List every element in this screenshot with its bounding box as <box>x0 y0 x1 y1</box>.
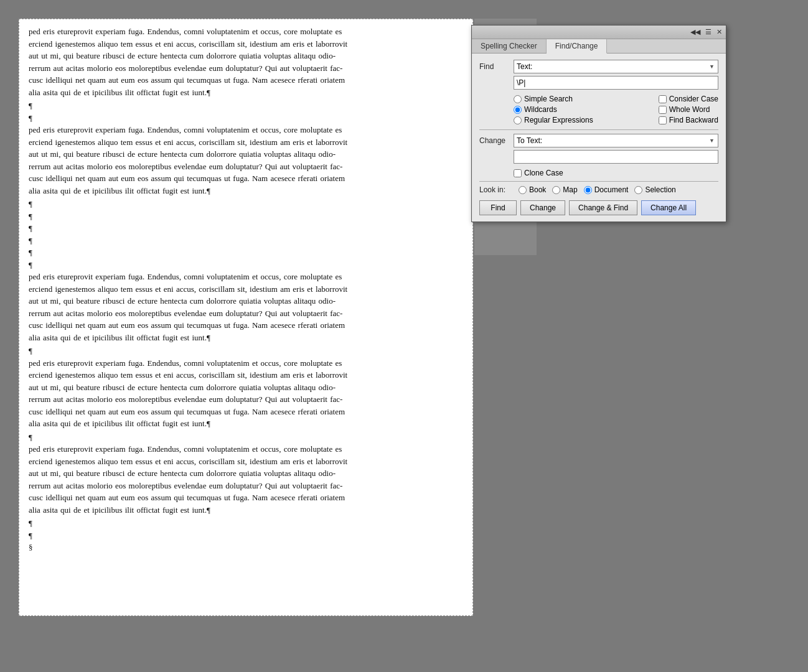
lookin-map-radio[interactable] <box>552 186 560 194</box>
change-content: To Text: <box>514 134 718 164</box>
pilcrow-9: ¶ <box>29 345 463 357</box>
menu-button[interactable]: ☰ <box>704 27 713 37</box>
paragraph-5: ped eris etureprovit experiam fuga. Ende… <box>29 443 463 516</box>
lookin-map-option[interactable]: Map <box>552 185 577 194</box>
paragraph-4: ped eris etureprovit experiam fuga. Ende… <box>29 357 463 430</box>
dialog-body: Find Text: Simple Search Wildcard <box>472 54 726 222</box>
consider-case-checkbox[interactable] <box>659 95 667 103</box>
change-all-button[interactable]: Change All <box>641 200 696 215</box>
change-section: Change To Text: <box>479 134 718 164</box>
regex-option[interactable]: Regular Expressions <box>514 116 593 124</box>
pilcrow-2: ¶ <box>29 112 463 124</box>
section-divider-2 <box>479 181 718 182</box>
whole-word-label: Whole Word <box>669 105 710 114</box>
wildcards-option[interactable]: Wildcards <box>514 105 593 114</box>
change-value-input[interactable] <box>514 150 718 164</box>
regex-label: Regular Expressions <box>524 116 593 124</box>
change-type-dropdown[interactable]: To Text: <box>514 134 718 147</box>
paragraph-3: ped eris etureprovit experiam fuga. Ende… <box>29 271 463 343</box>
lookin-book-label: Book <box>529 185 546 194</box>
search-options-left: Simple Search Wildcards Regular Expressi… <box>514 95 593 124</box>
lookin-selection-radio[interactable] <box>634 186 642 194</box>
whole-word-option[interactable]: Whole Word <box>659 105 718 114</box>
find-button[interactable]: Find <box>479 200 517 215</box>
paragraph-1: ped eris etureprovit experiam fuga. Ende… <box>29 26 463 98</box>
lookin-selection-option[interactable]: Selection <box>634 185 675 194</box>
find-search-input[interactable] <box>514 76 718 90</box>
find-section: Find Text: <box>479 60 718 90</box>
lookin-row: Look in: Book Map Document Selection <box>479 185 718 194</box>
regex-radio[interactable] <box>514 116 522 124</box>
lookin-document-radio[interactable] <box>584 186 592 194</box>
document-text: ped eris etureprovit experiam fuga. Ende… <box>29 26 463 554</box>
pilcrow-6: ¶ <box>29 235 463 247</box>
clone-case-label: Clone Case <box>524 169 563 177</box>
wildcards-radio[interactable] <box>514 106 522 114</box>
lookin-book-radio[interactable] <box>519 186 527 194</box>
clone-case-option[interactable]: Clone Case <box>514 169 563 177</box>
change-type-dropdown-wrapper: To Text: <box>514 134 718 147</box>
dialog-tabs: Spelling Checker Find/Change <box>472 39 726 54</box>
lookin-document-label: Document <box>594 185 629 194</box>
pilcrow-4: ¶ <box>29 210 463 223</box>
lookin-book-option[interactable]: Book <box>519 185 546 194</box>
search-options-row: Simple Search Wildcards Regular Expressi… <box>514 95 718 124</box>
section-mark: § <box>29 541 463 554</box>
paragraph-2: ped eris etureprovit experiam fuga. Ende… <box>29 124 463 197</box>
lookin-label: Look in: <box>479 185 514 194</box>
change-find-button[interactable]: Change & Find <box>569 200 637 215</box>
find-type-dropdown-wrapper: Text: <box>514 60 718 73</box>
tab-find-change[interactable]: Find/Change <box>547 39 608 54</box>
dialog-titlebar: ◀◀ ☰ ✕ <box>472 26 726 39</box>
section-divider <box>479 129 718 130</box>
lookin-map-label: Map <box>563 185 577 194</box>
clone-case-row: Clone Case <box>514 169 718 177</box>
simple-search-radio[interactable] <box>514 95 522 103</box>
find-change-dialog: ◀◀ ☰ ✕ Spelling Checker Find/Change Find… <box>471 25 726 222</box>
lookin-document-option[interactable]: Document <box>584 185 629 194</box>
find-content: Text: <box>514 60 718 90</box>
find-backward-option[interactable]: Find Backward <box>659 116 718 124</box>
titlebar-controls: ◀◀ ☰ ✕ <box>689 27 723 37</box>
collapse-button[interactable]: ◀◀ <box>689 27 702 37</box>
pilcrow-5: ¶ <box>29 222 463 235</box>
close-button[interactable]: ✕ <box>715 27 723 37</box>
lookin-selection-label: Selection <box>645 185 675 194</box>
pilcrow-8: ¶ <box>29 259 463 271</box>
simple-search-label: Simple Search <box>524 95 573 103</box>
action-button-row: Find Change Change & Find Change All <box>479 200 718 215</box>
pilcrow-7: ¶ <box>29 246 463 259</box>
consider-case-label: Consider Case <box>669 95 718 103</box>
find-backward-label: Find Backward <box>669 116 718 124</box>
simple-search-option[interactable]: Simple Search <box>514 95 593 103</box>
document-area: ped eris etureprovit experiam fuga. Ende… <box>19 19 473 616</box>
pilcrow-12: ¶ <box>29 530 463 542</box>
change-button[interactable]: Change <box>520 200 565 215</box>
find-type-dropdown[interactable]: Text: <box>514 60 718 73</box>
pilcrow-10: ¶ <box>29 431 463 444</box>
find-backward-checkbox[interactable] <box>659 116 667 124</box>
pilcrow-3: ¶ <box>29 198 463 210</box>
consider-case-option[interactable]: Consider Case <box>659 95 718 103</box>
find-label: Find <box>479 60 514 71</box>
pilcrow-1: ¶ <box>29 100 463 112</box>
clone-case-checkbox[interactable] <box>514 169 522 177</box>
tab-spelling-checker[interactable]: Spelling Checker <box>472 39 547 53</box>
wildcards-label: Wildcards <box>524 105 557 114</box>
change-label: Change <box>479 134 514 145</box>
search-options-right: Consider Case Whole Word Find Backward <box>659 95 718 124</box>
whole-word-checkbox[interactable] <box>659 106 667 114</box>
lookin-options: Book Map Document Selection <box>519 185 676 194</box>
pilcrow-11: ¶ <box>29 517 463 530</box>
